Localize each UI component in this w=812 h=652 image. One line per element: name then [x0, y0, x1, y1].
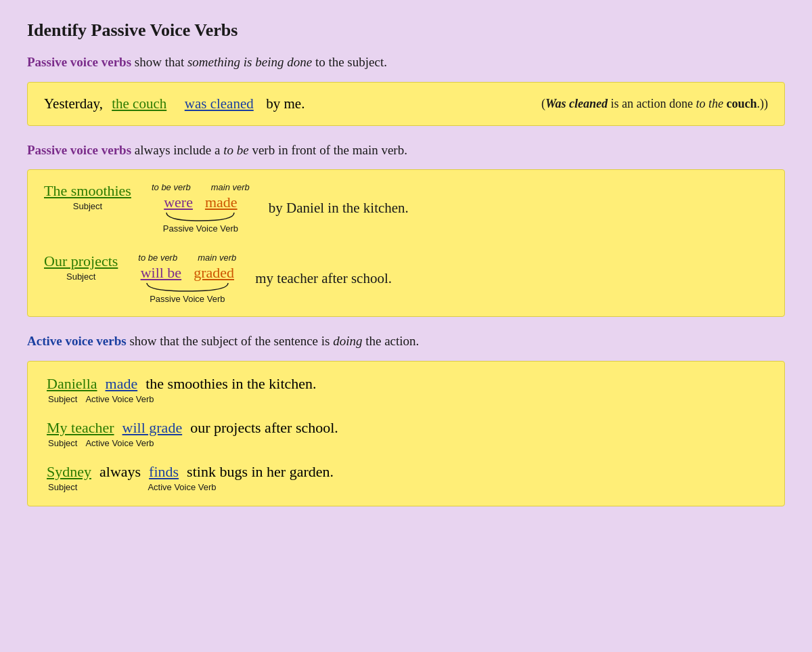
- passive-intro-after: to the subject.: [312, 55, 387, 69]
- active-rest-1: the smoothies in the kitchen.: [145, 375, 316, 393]
- active-row-2: My teacher will grade our projects after…: [47, 419, 765, 448]
- active-row-3: Sydney always finds stink bugs in her ga…: [47, 463, 765, 492]
- active-sentence-1: Daniella made the smoothies in the kitch…: [47, 375, 765, 393]
- active-middle-3: always: [99, 463, 141, 481]
- sentence-left: Yesterday, the couch was cleaned by me.: [44, 95, 541, 112]
- passive-highlight-2: Passive voice verbs: [27, 143, 131, 157]
- active-verb-label-2: Active Voice Verb: [85, 438, 154, 448]
- yesterday-text: Yesterday,: [44, 95, 106, 112]
- passive-always-italic: to be: [223, 143, 248, 157]
- active-text-2: the action.: [362, 334, 419, 348]
- active-italic: doing: [333, 334, 362, 348]
- passive-always-text: Passive voice verbs always include a to …: [27, 141, 785, 160]
- subject-block-2: Our projects Subject: [44, 253, 118, 282]
- subject-couch: the couch: [112, 95, 166, 112]
- to-be-label-2: to be verb: [138, 253, 177, 263]
- rest-sentence-2: my teacher after school.: [255, 270, 392, 287]
- passive-example-row-1: The smoothies Subject to be verb main ve…: [44, 182, 768, 234]
- active-highlight: Active voice verbs: [27, 334, 127, 348]
- spacer1: [172, 95, 179, 112]
- active-subject-1: Daniella: [47, 375, 97, 393]
- brace-svg-1: [163, 211, 238, 222]
- passive-highlight-1: Passive voice verbs: [27, 55, 131, 69]
- page-title: Identify Passive Voice Verbs: [27, 20, 785, 41]
- main-verb-label-2: main verb: [198, 253, 236, 263]
- verb-complex-2: to be verb main verb will be graded Pass…: [138, 253, 236, 304]
- note-end: .): [757, 97, 765, 110]
- note-couch: couch: [723, 97, 757, 110]
- brace-svg-2: [143, 282, 231, 292]
- active-labels-3: Subject Active Voice Verb: [47, 482, 765, 492]
- verb-labels-1: to be verb main verb: [152, 182, 250, 192]
- rest-sentence-1: by Daniel in the kitchen.: [269, 200, 409, 217]
- verb-words-2: will be graded: [141, 264, 234, 282]
- to-be-label-1: to be verb: [152, 182, 191, 192]
- passive-intro-text: Passive voice verbs show that something …: [27, 53, 785, 72]
- active-verb-3: finds: [149, 463, 179, 481]
- active-rest-3: stink bugs in her garden.: [187, 463, 334, 481]
- active-verb-label-3: Active Voice Verb: [148, 482, 216, 492]
- subject-label-2: Subject: [66, 271, 95, 282]
- passive-diagram-box: The smoothies Subject to be verb main ve…: [27, 169, 785, 317]
- example-box-1: Yesterday, the couch was cleaned by me. …: [27, 82, 785, 126]
- active-sentence-3: Sydney always finds stink bugs in her ga…: [47, 463, 765, 481]
- main-verb-word-1: made: [205, 194, 238, 211]
- main-verb-word-2: graded: [194, 264, 234, 282]
- subject-projects: Our projects: [44, 253, 118, 270]
- active-examples-box: Daniella made the smoothies in the kitch…: [27, 361, 785, 506]
- subject-block-1: The smoothies Subject: [44, 182, 131, 211]
- active-intro-text: Active voice verbs show that the subject…: [27, 332, 785, 351]
- sentence-note: (Was cleaned is an action done to the co…: [541, 95, 768, 113]
- active-sentence-2: My teacher will grade our projects after…: [47, 419, 765, 437]
- note-text: is an action done: [608, 97, 696, 110]
- active-verb-2: will grade: [122, 419, 183, 437]
- to-be-word-2: will be: [141, 264, 182, 282]
- by-me-text: by me.: [259, 95, 305, 112]
- active-text-1: show that the subject of the sentence is: [127, 334, 334, 348]
- to-be-word-1: were: [164, 194, 193, 211]
- passive-always-t2: verb in front of the main verb.: [249, 143, 407, 157]
- active-verb-label-1: Active Voice Verb: [85, 394, 154, 404]
- passive-verb-label-2: Passive Voice Verb: [150, 294, 225, 304]
- active-subject-label-3: Subject: [48, 482, 77, 492]
- active-verb-1: made: [106, 375, 138, 393]
- active-subject-2: My teacher: [47, 419, 114, 437]
- active-labels-2: Subject Active Voice Verb: [47, 438, 765, 448]
- verb-complex-1: to be verb main verb were made Passive V…: [152, 182, 250, 234]
- verb-labels-2: to be verb main verb: [138, 253, 236, 263]
- active-labels-1: Subject Active Voice Verb: [47, 394, 765, 404]
- example-sentence-1: Yesterday, the couch was cleaned by me. …: [44, 95, 768, 113]
- active-rest-2: our projects after school.: [190, 419, 338, 437]
- verb-was-cleaned: was cleaned: [185, 95, 254, 112]
- passive-intro-italic: something is being done: [187, 55, 312, 69]
- note-to-the: to the: [696, 97, 724, 110]
- passive-always-t1: always include a: [131, 143, 223, 157]
- active-subject-label-2: Subject: [48, 438, 77, 448]
- active-row-1: Daniella made the smoothies in the kitch…: [47, 375, 765, 404]
- subject-smoothies: The smoothies: [44, 182, 131, 200]
- active-subject-label-1: Subject: [48, 394, 77, 404]
- passive-verb-label-1: Passive Voice Verb: [163, 223, 238, 234]
- subject-label-1: Subject: [73, 201, 102, 211]
- passive-intro-before: show that: [131, 55, 187, 69]
- verb-words-1: were made: [164, 194, 237, 211]
- main-verb-label-1: main verb: [211, 182, 250, 192]
- passive-example-row-2: Our projects Subject to be verb main ver…: [44, 253, 768, 304]
- note-was-cleaned: Was cleaned: [545, 97, 608, 110]
- active-subject-3: Sydney: [47, 463, 91, 481]
